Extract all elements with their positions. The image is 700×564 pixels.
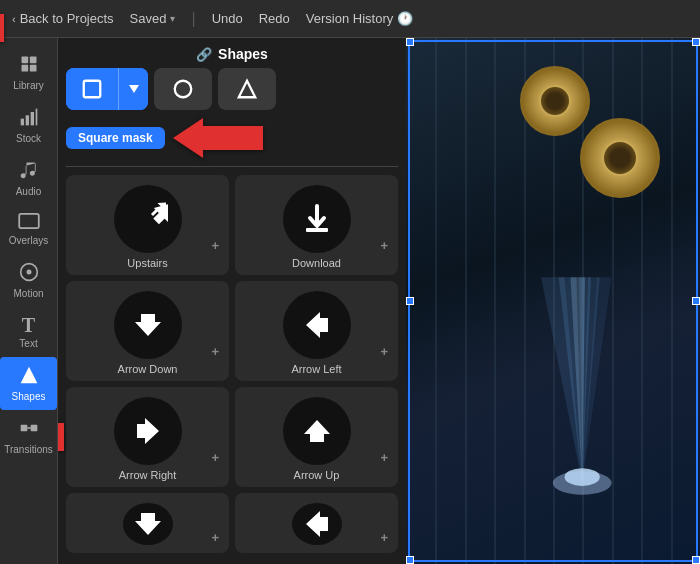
shapes-panel: 🔗 Shapes Square mask xyxy=(58,38,406,564)
arrow-down-card[interactable]: + Arrow Down xyxy=(66,281,229,381)
sidebar-item-library[interactable]: Library xyxy=(0,46,57,99)
overlays-icon xyxy=(18,213,40,232)
back-to-projects-btn[interactable]: ‹ Back to Projects xyxy=(12,11,114,26)
arrow-down-label: Arrow Down xyxy=(118,363,178,375)
saved-dropdown-icon: ▾ xyxy=(170,13,175,24)
sidebar-label-shapes: Shapes xyxy=(12,391,46,402)
arrow-down-2-plus: + xyxy=(211,530,219,545)
square-mask-row: Square mask xyxy=(58,118,406,162)
transitions-icon xyxy=(19,418,39,441)
arrow-up-icon xyxy=(283,397,351,465)
audio-icon xyxy=(19,160,39,183)
arrow-up-card[interactable]: + Arrow Up xyxy=(235,387,398,487)
svg-marker-19 xyxy=(173,118,263,158)
arrow-down-plus: + xyxy=(211,344,219,359)
svg-marker-18 xyxy=(239,81,256,98)
svg-rect-21 xyxy=(306,228,328,232)
red-arrow-arrow-right xyxy=(58,415,64,459)
arrow-right-label: Arrow Right xyxy=(119,469,176,481)
topbar: ‹ Back to Projects Saved ▾ | Undo Redo V… xyxy=(0,0,700,38)
text-icon: T xyxy=(22,315,35,335)
svg-rect-13 xyxy=(20,425,27,432)
shape-type-group xyxy=(66,68,148,110)
arrow-right-card[interactable]: + Arrow Right xyxy=(66,387,229,487)
saved-status[interactable]: Saved ▾ xyxy=(130,11,176,26)
svg-marker-28 xyxy=(306,511,328,537)
svg-marker-12 xyxy=(0,38,4,46)
undo-button[interactable]: Undo xyxy=(212,11,243,26)
svg-marker-26 xyxy=(304,420,330,442)
triangle-shape-btn[interactable] xyxy=(218,68,276,110)
red-arrow-square-mask xyxy=(173,118,263,158)
arrow-left-plus: + xyxy=(380,344,388,359)
shapes-icon xyxy=(19,365,39,388)
svg-marker-16 xyxy=(129,85,139,93)
preview-area xyxy=(406,38,700,564)
svg-rect-8 xyxy=(19,214,39,228)
svg-point-10 xyxy=(26,270,31,275)
svg-rect-2 xyxy=(21,65,28,72)
circle-pendant-1 xyxy=(520,66,590,136)
redo-button[interactable]: Redo xyxy=(259,11,290,26)
svg-point-36 xyxy=(553,471,612,495)
upstairs-icon xyxy=(114,185,182,253)
svg-rect-4 xyxy=(20,119,23,126)
svg-rect-3 xyxy=(29,65,36,72)
arrow-up-plus: + xyxy=(380,450,388,465)
svg-marker-24 xyxy=(58,415,64,459)
upstairs-label: Upstairs xyxy=(127,257,167,269)
shapes-lock-icon: 🔗 xyxy=(196,47,212,62)
sidebar-label-stock: Stock xyxy=(16,133,41,144)
download-plus: + xyxy=(380,238,388,253)
panel-divider xyxy=(66,166,398,167)
sidebar-item-stock[interactable]: Stock xyxy=(0,99,57,152)
download-card[interactable]: + Download xyxy=(235,175,398,275)
stock-icon xyxy=(19,107,39,130)
arrow-down-2-icon xyxy=(123,503,173,545)
svg-marker-27 xyxy=(135,513,161,535)
version-history-icon: 🕐 xyxy=(397,11,413,26)
svg-rect-15 xyxy=(84,81,101,98)
arrow-left-card[interactable]: + Arrow Left xyxy=(235,281,398,381)
sidebar-label-overlays: Overlays xyxy=(9,235,48,246)
shape-type-dropdown-btn[interactable] xyxy=(118,68,148,110)
sidebar-label-motion: Motion xyxy=(13,288,43,299)
svg-marker-22 xyxy=(135,314,161,336)
square-mask-label: Square mask xyxy=(66,127,165,149)
sidebar-item-motion[interactable]: Motion xyxy=(0,254,57,307)
red-arrow-shapes xyxy=(0,38,4,46)
version-history-label: Version History xyxy=(306,11,393,26)
arrow-left-2-card[interactable]: + xyxy=(235,493,398,553)
square-shape-btn[interactable] xyxy=(66,68,118,110)
shapes-panel-header: 🔗 Shapes xyxy=(58,38,406,68)
preview-image xyxy=(406,38,700,564)
main-area: Library Stock Audio Overlays Motion xyxy=(0,38,700,564)
motion-icon xyxy=(19,262,39,285)
sidebar-item-shapes[interactable]: Shapes xyxy=(0,357,57,410)
sidebar-item-text[interactable]: T Text xyxy=(0,307,57,357)
arrow-left-2-icon xyxy=(292,503,342,545)
svg-rect-14 xyxy=(30,425,37,432)
svg-rect-6 xyxy=(30,112,33,125)
svg-marker-23 xyxy=(306,312,328,338)
light-rays-svg xyxy=(494,196,670,564)
svg-marker-11 xyxy=(20,367,37,384)
sidebar-label-text: Text xyxy=(19,338,37,349)
topbar-divider-1: | xyxy=(191,10,195,28)
upstairs-card[interactable]: + Upstairs xyxy=(66,175,229,275)
version-history-btn[interactable]: Version History 🕐 xyxy=(306,11,413,26)
shapes-grid: + Upstairs + Download xyxy=(58,175,406,553)
sidebar-item-transitions[interactable]: Transitions xyxy=(0,410,57,463)
arrow-down-2-card[interactable]: + xyxy=(66,493,229,553)
arrow-up-label: Arrow Up xyxy=(294,469,340,481)
shape-selector-row xyxy=(58,68,406,118)
back-label: Back to Projects xyxy=(20,11,114,26)
library-icon xyxy=(19,54,39,77)
sidebar-item-overlays[interactable]: Overlays xyxy=(0,205,57,254)
circle-shape-btn[interactable] xyxy=(154,68,212,110)
arrow-left-icon xyxy=(283,291,351,359)
svg-rect-0 xyxy=(21,57,28,64)
sidebar-item-audio[interactable]: Audio xyxy=(0,152,57,205)
circle-pendant-2 xyxy=(580,118,660,198)
arrow-left-2-plus: + xyxy=(380,530,388,545)
